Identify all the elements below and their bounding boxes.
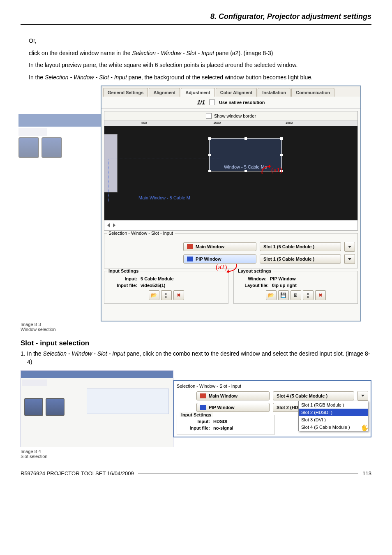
drop-item-slot2[interactable]: Slot 2 (HDSDI )	[299, 409, 368, 416]
show-border-label: Show window border	[214, 113, 256, 118]
figure-8-3-caption: Image 8-3 Window selection	[21, 322, 371, 332]
section2-p1: 1. In the Selection - Window - Slot - In…	[21, 350, 371, 366]
header-rule	[21, 24, 371, 25]
left-mini-panel	[18, 114, 101, 213]
pip-window-icon	[187, 257, 193, 261]
callout-a1: (a1)	[261, 165, 281, 178]
main-window-slot-select[interactable]: Slot 1 (5 Cable Module )	[260, 242, 341, 251]
input-settings-box-84: Input Settings Input:HDSDI Input file:no…	[177, 415, 274, 435]
page-header-title: 8. Configurator, Projector adjustment se…	[21, 12, 371, 21]
pip-window-button[interactable]: PIP Window	[183, 254, 256, 264]
tab-general-settings[interactable]: General Settings	[103, 88, 148, 97]
tab-alignment[interactable]: Alignment	[149, 88, 180, 97]
tab-row: General Settings Alignment Adjustment Co…	[101, 86, 360, 97]
main-window-button[interactable]: Main Window	[183, 242, 256, 251]
pip-window-slot-dropdown[interactable]	[344, 254, 355, 264]
fig84-right-panel: Selection - Window - Slot - Input Main W…	[173, 380, 371, 437]
app-window: General Settings Alignment Adjustment Co…	[101, 86, 361, 321]
subbar: 1/1 Use native resolution	[101, 97, 360, 109]
tab-color-alignment[interactable]: Color Aligment	[216, 88, 257, 97]
show-border-checkbox[interactable]	[206, 113, 212, 119]
page-footer: R5976924 PROJECTOR TOOLSET 16/04/2009 11…	[21, 470, 371, 476]
equalizer-icon[interactable]: ¦¦	[161, 290, 172, 300]
intro-or: Or,	[29, 37, 371, 45]
canvas-wrap: Show window border 500 1000 1500 Main Wi…	[104, 111, 358, 231]
main-window-slot-dropdown[interactable]	[344, 242, 355, 252]
input-settings-box: Input Settings (a2) Input:5 Cable Module…	[104, 271, 228, 304]
layout-equalizer-icon[interactable]: ¦¦	[303, 290, 314, 300]
selection-legend: Selection - Window - Slot - Input	[107, 231, 175, 236]
footer-left: R5976924 PROJECTOR TOOLSET 16/04/2009	[21, 470, 134, 476]
native-resolution-checkbox[interactable]	[209, 99, 215, 105]
intro-p1b: click on the desired window name in the …	[29, 49, 371, 58]
intro-p3: In the Selection - Window - Slot - Input…	[29, 74, 371, 82]
main-window-button-84[interactable]: Main Window	[196, 391, 270, 400]
layout-canvas[interactable]: Main Window - 5 Cable M Window - 5 Cable…	[104, 126, 357, 220]
drop-item-slot1[interactable]: Slot 1 (RGB Module )	[299, 401, 368, 409]
save-layout-icon[interactable]: 💾	[278, 290, 289, 300]
pip-window-button-84[interactable]: PIP Window	[196, 403, 270, 412]
layout-close-icon[interactable]: ✖	[315, 290, 326, 300]
canvas-header: Show window border	[104, 111, 357, 121]
fig84-left-panel	[21, 370, 173, 447]
tab-adjustment[interactable]: Adjustment	[181, 88, 215, 97]
close-icon[interactable]: ✖	[173, 290, 184, 300]
ruler: 500 1000 1500	[104, 121, 357, 126]
tab-installation[interactable]: Installation	[258, 88, 291, 97]
open-file-icon[interactable]: 📂	[149, 290, 159, 300]
fraction-label: 1/1	[197, 99, 205, 106]
footer-page-number: 113	[362, 470, 371, 476]
main-window-icon	[187, 244, 193, 249]
figure-8-4: Selection - Window - Slot - Input Main W…	[21, 370, 371, 447]
cursor-icon: 🖐	[361, 424, 369, 432]
figure-8-3: General Settings Alignment Adjustment Co…	[21, 86, 371, 320]
intro-p2: In the layout preview pane, the white sq…	[29, 61, 371, 69]
section-heading: Slot - input selection	[21, 339, 371, 347]
main-window-slot-84[interactable]: Slot 4 (5 Cable Module )	[273, 391, 354, 400]
main-window-slot-dropdown-84[interactable]	[357, 391, 368, 401]
slot-dropdown-list[interactable]: Slot 1 (RGB Module ) Slot 2 (HDSDI ) Slo…	[298, 401, 368, 431]
pip-window-slot-select[interactable]: Slot 1 (5 Cable Module )	[260, 254, 341, 264]
main-window-icon-84	[200, 393, 206, 398]
open-layout-icon[interactable]: 📂	[266, 290, 277, 300]
drop-item-slot3[interactable]: Slot 3 (DVI )	[299, 416, 368, 423]
tab-communication[interactable]: Communication	[291, 88, 334, 97]
layout-settings-box: Layout settings Window:PIP Window Layout…	[233, 271, 358, 304]
figure-8-4-caption: Image 8-4 Slot selection	[21, 449, 371, 459]
pip-window-icon-84	[200, 405, 206, 410]
main-window-rect[interactable]: Main Window - 5 Cable M	[108, 159, 220, 202]
save-as-layout-icon[interactable]: 🗎	[291, 290, 301, 300]
native-resolution-label: Use native resolution	[219, 100, 265, 105]
selection-legend-84: Selection - Window - Slot - Input	[177, 384, 368, 388]
canvas-nav-buttons	[104, 220, 357, 230]
drop-item-slot4[interactable]: Slot 4 (5 Cable Module )	[299, 423, 368, 431]
